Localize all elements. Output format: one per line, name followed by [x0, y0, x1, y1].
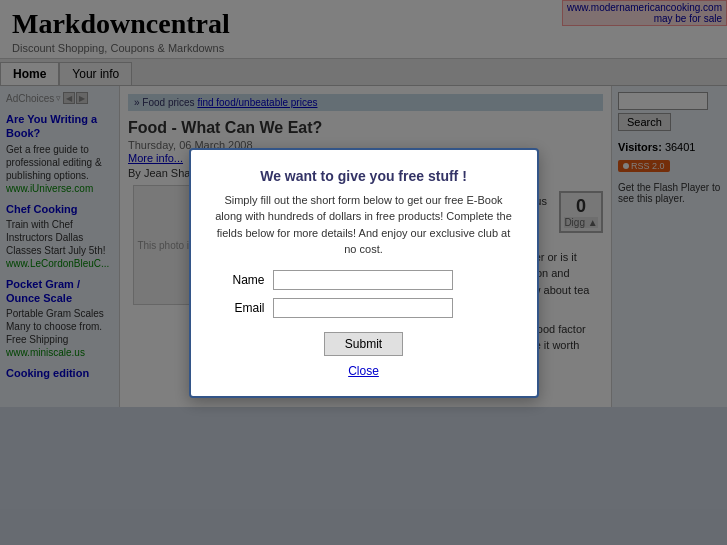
modal-body: Simply fill out the short form below to …: [215, 192, 513, 258]
modal-close-link[interactable]: Close: [215, 364, 513, 378]
modal-title: We want to give you free stuff !: [215, 168, 513, 184]
modal-email-field: Email: [215, 298, 513, 318]
modal-submit-button[interactable]: Submit: [324, 332, 403, 356]
modal-email-input[interactable]: [273, 298, 453, 318]
modal-overlay: We want to give you free stuff ! Simply …: [0, 0, 727, 545]
modal-name-label: Name: [215, 273, 265, 287]
modal-dialog: We want to give you free stuff ! Simply …: [189, 148, 539, 398]
modal-name-field: Name: [215, 270, 513, 290]
modal-name-input[interactable]: [273, 270, 453, 290]
modal-email-label: Email: [215, 301, 265, 315]
